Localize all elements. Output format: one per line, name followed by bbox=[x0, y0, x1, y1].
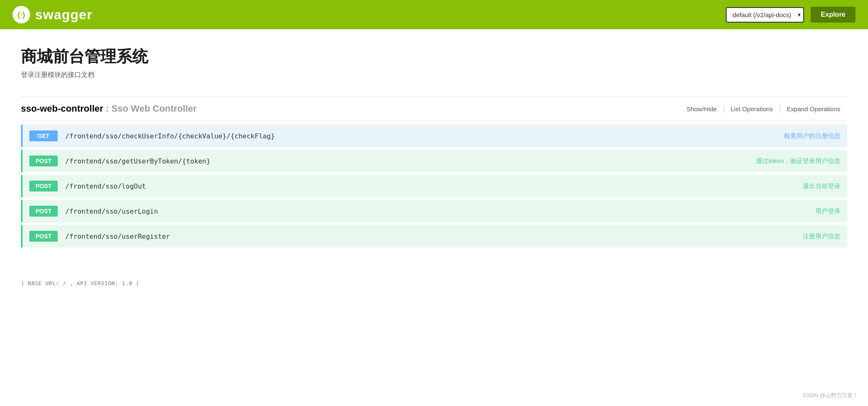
list-operations-link[interactable]: List Operations bbox=[724, 105, 780, 112]
method-badge-post: POST bbox=[29, 231, 58, 242]
api-description: 通过token，验证登录用户信息 bbox=[756, 157, 840, 165]
header-left: {·} swagger bbox=[13, 6, 92, 23]
api-path: /frontend/sso/checkUserInfo/{checkValue}… bbox=[65, 132, 776, 140]
expand-operations-link[interactable]: Expand Operations bbox=[780, 105, 847, 112]
api-select-wrapper[interactable]: default (/v2/api-docs) bbox=[726, 7, 804, 23]
controller-name-sub: : Sso Web Controller bbox=[106, 103, 197, 114]
watermark: CSDN @山野万万里！ bbox=[803, 392, 858, 399]
app-subtitle: 登录注册模块的接口文档 bbox=[21, 71, 847, 79]
api-row[interactable]: POST /frontend/sso/getUserByToken/{token… bbox=[21, 150, 847, 172]
method-badge-post: POST bbox=[29, 206, 58, 217]
api-path: /frontend/sso/logOut bbox=[65, 182, 794, 190]
show-hide-link[interactable]: Show/Hide bbox=[680, 105, 724, 112]
explore-button[interactable]: Explore bbox=[811, 7, 855, 23]
method-badge-get: GET bbox=[29, 130, 58, 141]
method-badge-post: POST bbox=[29, 156, 58, 166]
main-content: 商城前台管理系统 登录注册模块的接口文档 sso-web-controller … bbox=[0, 29, 868, 267]
api-row[interactable]: GET /frontend/sso/checkUserInfo/{checkVa… bbox=[21, 125, 847, 147]
controller-header: sso-web-controller : Sso Web Controller … bbox=[21, 96, 847, 121]
base-url-text: [ BASE URL: / , API VERSION: 1.0 ] bbox=[21, 280, 139, 286]
app-title: 商城前台管理系统 bbox=[21, 46, 847, 67]
api-description: 注册用户信息 bbox=[803, 232, 840, 240]
api-description: 退出当前登录 bbox=[803, 182, 840, 190]
api-path: /frontend/sso/getUserByToken/{token} bbox=[65, 157, 748, 165]
api-row[interactable]: POST /frontend/sso/userRegister 注册用户信息 bbox=[21, 225, 847, 248]
api-description: 检查用户的注册信息 bbox=[784, 132, 840, 140]
api-row[interactable]: POST /frontend/sso/userLogin 用户登录 bbox=[21, 200, 847, 222]
swagger-logo-icon: {·} bbox=[13, 6, 30, 23]
api-select[interactable]: default (/v2/api-docs) bbox=[726, 7, 804, 23]
api-row[interactable]: POST /frontend/sso/logOut 退出当前登录 bbox=[21, 175, 847, 197]
api-path: /frontend/sso/userRegister bbox=[65, 232, 794, 240]
footer: [ BASE URL: / , API VERSION: 1.0 ] bbox=[0, 267, 868, 295]
method-badge-post: POST bbox=[29, 181, 58, 192]
swagger-title: swagger bbox=[35, 7, 92, 23]
controller-name-bold: sso-web-controller bbox=[21, 103, 103, 114]
api-rows: GET /frontend/sso/checkUserInfo/{checkVa… bbox=[21, 125, 847, 248]
api-path: /frontend/sso/userLogin bbox=[65, 207, 807, 215]
controller-actions: Show/Hide List Operations Expand Operati… bbox=[680, 105, 847, 112]
header: {·} swagger default (/v2/api-docs) Explo… bbox=[0, 0, 868, 29]
header-right: default (/v2/api-docs) Explore bbox=[726, 7, 855, 23]
api-description: 用户登录 bbox=[815, 207, 840, 215]
controller-title: sso-web-controller : Sso Web Controller bbox=[21, 103, 197, 114]
